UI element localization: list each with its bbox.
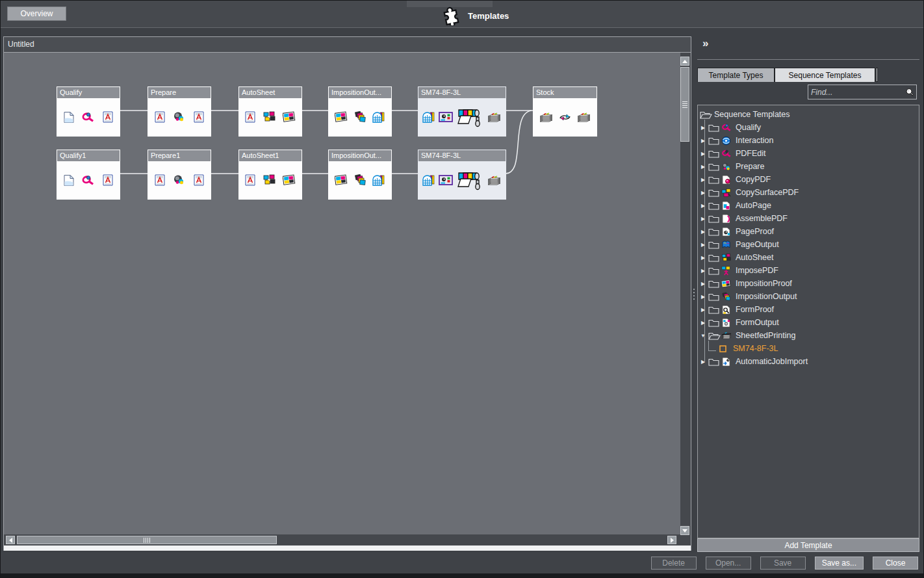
magnifier-qualify-icon [81,174,95,187]
pdf-file-icon [155,174,165,186]
tree-item-autopage[interactable]: ▶AutoPage [698,199,919,212]
chevron-right-icon[interactable]: ▶ [698,216,708,222]
panel-splitter[interactable] [691,36,697,551]
tree-item-label: ImpositionProof [734,279,792,288]
open-button[interactable]: Open... [706,557,751,570]
folder-icon [708,357,721,367]
add-template-button[interactable]: Add Template [697,538,919,552]
chevron-right-icon[interactable]: ▶ [698,229,708,235]
flow-node-prepare[interactable]: Prepare [148,87,211,136]
flow-node-sm74-8f-3l[interactable]: SM74-8F-3L [418,150,506,199]
tree-item-impositionoutput[interactable]: ▶ImpositionOutput [698,290,919,303]
overview-button[interactable]: Overview [7,7,66,21]
vertical-scroll-thumb[interactable] [680,67,689,142]
canvas-vertical-scrollbar[interactable] [680,57,691,535]
scroll-left-button[interactable] [6,536,15,544]
search-icon[interactable] [903,87,916,98]
cmyk-photo-icon [283,111,296,123]
chevron-right-icon[interactable]: ▶ [698,268,708,274]
chevron-right-icon[interactable]: ▶ [698,281,708,287]
scroll-up-button[interactable] [680,57,689,66]
proof-monitor-icon [439,111,453,123]
tree-item-prepare[interactable]: ▶Prepare [698,160,919,173]
horizontal-scroll-thumb[interactable] [17,536,277,544]
tree-item-formoutput[interactable]: ▶FormOutput [698,316,919,329]
chevron-right-icon[interactable]: ▶ [698,190,708,196]
chevron-right-icon[interactable]: ▶ [698,203,708,209]
tree-item-pdfedit[interactable]: ▶PDFEdit [698,147,919,160]
chevron-right-icon[interactable]: ▶ [698,138,708,144]
tree-item-pageproof[interactable]: ▶PageProof [698,225,919,238]
templates-window: Overview Templates Untitled QualifyPrepa… [0,0,924,578]
node-icons [57,161,120,199]
delete-button[interactable]: Delete [651,557,697,570]
tree-item-sm74-8f-3l[interactable]: SM74-8F-3L [698,342,919,355]
flow-node-qualify[interactable]: Qualify [57,87,120,136]
folder-icon [708,253,721,263]
t-formproof-icon [721,305,734,315]
chevron-right-icon[interactable]: ▶ [698,307,708,313]
scroll-right-button[interactable] [667,536,676,544]
node-icons [418,98,506,136]
chevron-right-icon[interactable]: ▶ [698,177,708,183]
chevron-right-icon[interactable]: ▶ [698,359,708,365]
node-title: Stock [533,87,597,98]
scroll-down-button[interactable] [680,526,689,535]
close-button[interactable]: Close [873,557,918,570]
chevron-right-icon[interactable]: ▶ [698,320,708,326]
tab-sequence-templates[interactable]: Sequence Templates [775,68,875,82]
tree-item-label: AutomaticJobImport [734,357,808,366]
save-as-button[interactable]: Save as... [815,557,864,570]
flow-node-sm74-8f-3l[interactable]: SM74-8F-3L [418,87,506,136]
t-autosheet-icon [721,253,734,263]
tab-template-types[interactable]: Template Types [697,68,775,82]
folder-icon [708,227,721,237]
tree-item-interaction[interactable]: ▶Interaction [698,134,919,147]
chevron-right-icon[interactable]: ▶ [698,151,708,157]
tree-item-sheetfedprinting[interactable]: ▼SheetfedPrinting [698,329,919,342]
tree-item-formproof[interactable]: ▶FormProof [698,303,919,316]
node-title: Qualify1 [57,150,120,161]
node-icons [148,161,211,199]
flow-node-autosheet1[interactable]: AutoSheet1 [239,150,302,199]
tree-item-imposepdf[interactable]: ▶ImposePDF [698,264,919,277]
chevron-right-icon[interactable]: ▶ [698,255,708,261]
folder-icon [708,123,721,133]
tree-item-label: Prepare [734,162,764,171]
chevron-right-icon[interactable]: ▶ [698,242,708,248]
folder-icon [708,318,721,328]
flow-node-impositionout[interactable]: ImpositionOut... [329,87,391,136]
node-icons [418,161,506,199]
tree-item-copypdf[interactable]: ▶CopyPDF [698,173,919,186]
tree-item-autosheet[interactable]: ▶AutoSheet [698,251,919,264]
find-input[interactable] [808,88,903,97]
tree-item-qualify[interactable]: ▶Qualify [698,121,919,134]
workflow-canvas[interactable]: QualifyPrepareAutoSheetImpositionOut...S… [4,53,680,534]
tree-item-copysurfacepdf[interactable]: ▶CopySurfacePDF [698,186,919,199]
tree-item-assemblepdf[interactable]: ▶AssemblePDF [698,212,919,225]
tree-root-sequence-templates[interactable]: Sequence Templates [698,108,919,121]
pdf-file-icon [103,111,113,123]
tree-item-automaticjobimport[interactable]: ▶AutomaticJobImport [698,355,919,368]
t-copypdf-icon [721,175,734,185]
node-icons [329,98,391,136]
collapse-sidebar-button[interactable]: » [702,37,708,50]
chevron-down-icon[interactable]: ▼ [698,333,708,339]
flow-node-autosheet[interactable]: AutoSheet [239,87,302,136]
tree-item-pageoutput[interactable]: ▶PageOutput [698,238,919,251]
node-title: Prepare1 [148,150,211,161]
chevron-right-icon[interactable]: ▶ [698,164,708,170]
save-button[interactable]: Save [760,557,806,570]
chevron-right-icon[interactable]: ▶ [698,125,708,131]
flow-node-stock[interactable]: Stock [533,87,597,136]
flow-node-qualify1[interactable]: Qualify1 [57,150,120,199]
chevron-right-icon[interactable]: ▶ [698,294,708,300]
canvas-horizontal-scrollbar[interactable] [6,536,678,545]
node-title: SM74-8F-3L [418,150,506,161]
flow-node-prepare1[interactable]: Prepare1 [148,150,211,199]
t-pageoutput-icon [721,240,734,250]
doc-blank-icon [64,111,74,124]
tree-item-impositionproof[interactable]: ▶ImpositionProof [698,277,919,290]
node-icons [239,98,302,136]
flow-node-impositionout[interactable]: ImpositionOut... [329,150,391,199]
